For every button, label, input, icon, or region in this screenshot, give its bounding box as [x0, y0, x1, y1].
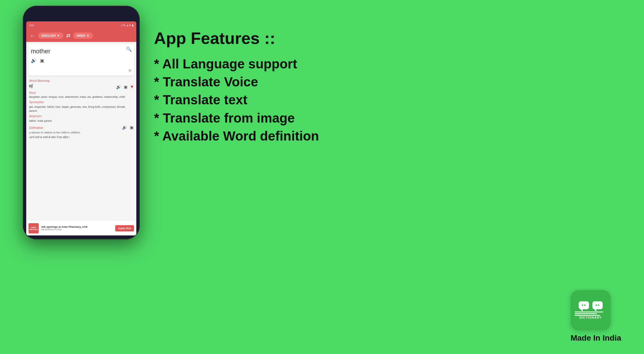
definition-section: Defination 🔊 ▣ a woman in relation to he…: [29, 124, 133, 139]
feature-item-5: * Available Word definition: [154, 128, 627, 144]
status-icons: LTE ▲▼ ▮: [121, 24, 133, 27]
noun-label: Noun: [29, 91, 133, 94]
search-actions: 🔊 ▣: [31, 58, 132, 63]
target-lang-button[interactable]: HINDI ▼: [73, 32, 93, 39]
ad-logo-text: Aster: [31, 226, 36, 228]
word-meaning-section: Word Meaning मां 🔊 ▣ ♥: [29, 79, 133, 90]
wave-line-2: [575, 313, 597, 314]
feature-item-1: * All Language support: [154, 56, 627, 72]
features-list: * All Language support * Translate Voice…: [154, 56, 627, 144]
noun-section: Noun daughter, pearl, tongue, love, atta…: [29, 91, 133, 99]
hindi-copy-icon[interactable]: ▣: [124, 85, 127, 89]
phone-mockup: 3:54 LTE ▲▼ ▮ ← ENGLISH ▼ ⇄ HINDI ▼ 🔍 m: [23, 6, 140, 239]
definition-en: a woman in relation to her child or chil…: [29, 131, 133, 134]
ad-apply-button[interactable]: Apply Now: [115, 225, 134, 231]
dot: [596, 304, 597, 306]
definition-hi: अपने बच्चे या बच्चों के संबंध में एक महि…: [29, 135, 133, 139]
ad-logo: Aster harmacy: [29, 223, 39, 233]
ad-title: Job openings at Aster Pharmacy, UAE: [41, 225, 113, 228]
antonym-section: Antynom father, male parent: [29, 114, 133, 123]
copy-icon[interactable]: ▣: [40, 58, 44, 63]
search-word[interactable]: mother: [31, 48, 132, 55]
nav-bar: ← ENGLISH ▼ ⇄ HINDI ▼: [26, 29, 136, 42]
speech-bubble-2: [592, 301, 603, 309]
hindi-word: मां: [29, 84, 33, 89]
def-copy-icon[interactable]: ▣: [130, 125, 133, 130]
feature-item-2: * Translate Voice: [154, 74, 627, 90]
ad-banner: Aster harmacy Job openings at Aster Phar…: [26, 221, 136, 235]
antonym-words: father, male parent: [29, 119, 133, 123]
feature-item-3: * Translate text: [154, 92, 627, 108]
synonyms-label: Synonyms: [29, 100, 133, 104]
wave-lines: [575, 312, 607, 316]
bubble-dots-1: [582, 304, 586, 306]
dot: [584, 304, 586, 306]
dict-label: DICTIONARY: [580, 316, 602, 319]
features-title: App Features ::: [154, 29, 627, 48]
hindi-actions-row: मां 🔊 ▣ ♥: [29, 84, 133, 90]
definition-label: Defination: [29, 126, 43, 129]
dot: [598, 304, 599, 306]
made-in-india: Made In India: [571, 333, 621, 343]
app-icon-container: DICTIONARY Made In India: [571, 290, 621, 343]
right-panel: App Features :: * All Language support *…: [154, 29, 627, 146]
ad-content: Job openings at Aster Pharmacy, UAE NAUK…: [41, 225, 113, 231]
favorite-icon[interactable]: ♥: [130, 84, 133, 90]
clear-button[interactable]: ✕: [128, 68, 132, 73]
synonyms-words: get, engender, father, fuss, beget, gene…: [29, 105, 133, 113]
status-bar: 3:54 LTE ▲▼ ▮: [26, 21, 136, 29]
app-icon-bubbles: [579, 301, 603, 309]
content-area: Word Meaning मां 🔊 ▣ ♥ Noun daughter, pe…: [26, 76, 136, 235]
synonyms-section: Synonyms get, engender, father, fuss, be…: [29, 100, 133, 113]
feature-item-4: * Translate from image: [154, 110, 627, 126]
dot: [582, 304, 583, 306]
word-meaning-label: Word Meaning: [29, 79, 133, 82]
noun-words: daughter, pearl, tongue, love, attachmen…: [29, 95, 133, 99]
swap-lang-button[interactable]: ⇄: [65, 31, 72, 40]
search-area: 🔍 mother 🔊 ▣ ✕: [29, 44, 134, 76]
antonym-label: Antynom: [29, 114, 133, 118]
bubble-dots-2: [596, 304, 599, 306]
app-icon: DICTIONARY: [571, 290, 611, 330]
def-speaker-icon[interactable]: 🔊: [122, 125, 127, 130]
status-time: 3:54: [29, 24, 34, 27]
hindi-speaker-icon[interactable]: 🔊: [116, 85, 121, 89]
back-button[interactable]: ←: [29, 31, 37, 40]
speech-bubble-1: [579, 301, 589, 309]
speaker-icon[interactable]: 🔊: [31, 58, 37, 63]
search-icon[interactable]: 🔍: [126, 46, 132, 52]
ad-subtitle: NAUKRIGULF.COM: [41, 228, 113, 231]
wave-line-1: [575, 312, 604, 312]
definition-header-row: Defination 🔊 ▣: [29, 124, 133, 131]
source-lang-button[interactable]: ENGLISH ▼: [38, 32, 63, 39]
ad-company: harmacy: [30, 228, 38, 230]
